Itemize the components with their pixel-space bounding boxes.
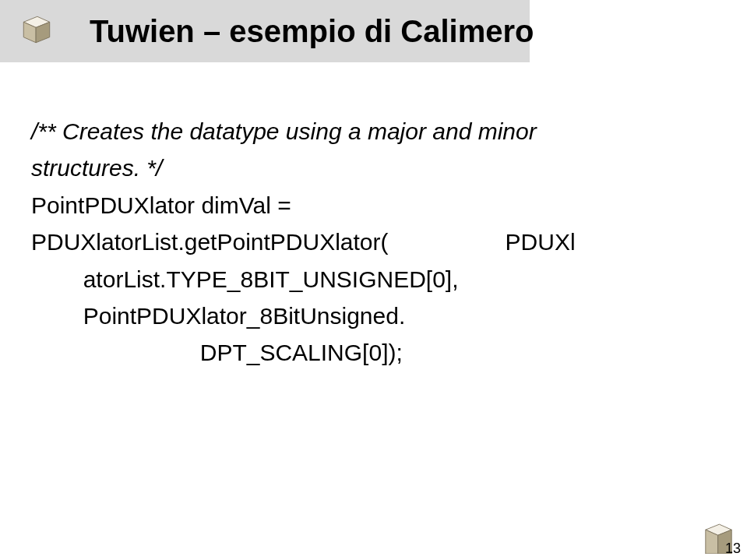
code-comment-line: /** Creates the datatype using a major a… — [31, 113, 716, 150]
code-comment-line: structures. */ — [31, 150, 716, 186]
slide-title: Tuwien – esempio di Calimero — [90, 14, 534, 49]
page-number: 13 — [725, 541, 741, 557]
slide: Tuwien – esempio di Calimero /** Creates… — [0, 0, 747, 560]
code-line: PDUXlatorList.getPointPDUXlator( PDUXl — [31, 224, 716, 260]
cube-icon — [19, 12, 54, 47]
title-bar: Tuwien – esempio di Calimero — [0, 0, 530, 62]
code-block: /** Creates the datatype using a major a… — [31, 113, 716, 372]
code-line: PointPDUXlator_8BitUnsigned. — [31, 298, 716, 334]
code-line: DPT_SCALING[0]); — [31, 334, 716, 371]
code-line: PointPDUXlator dimVal = — [31, 187, 716, 224]
code-line: atorList.TYPE_8BIT_UNSIGNED[0], — [31, 261, 716, 298]
